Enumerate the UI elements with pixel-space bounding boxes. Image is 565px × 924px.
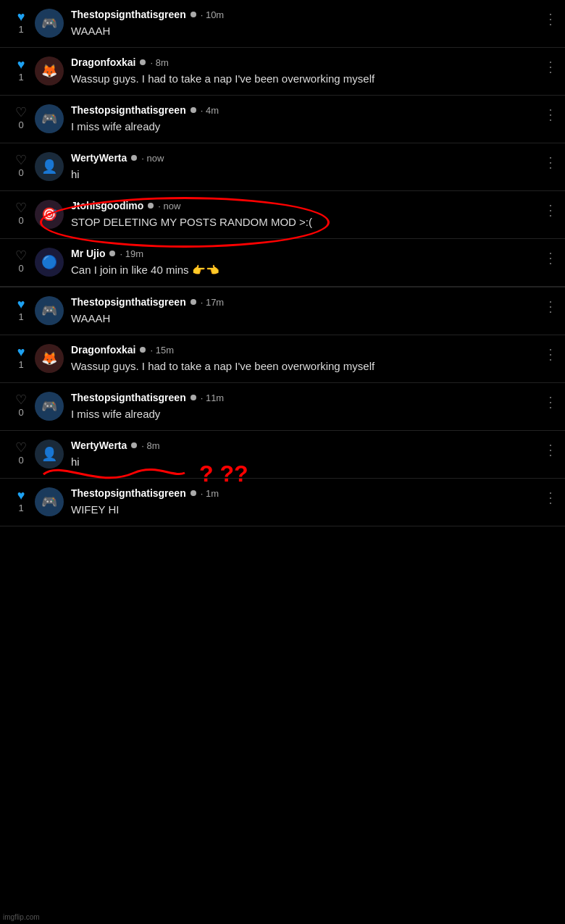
username[interactable]: Thestopsignthatisgreen [71, 392, 186, 403]
more-button[interactable]: ⋮ [543, 106, 558, 123]
post-header: Mr Ujio· 19m [71, 248, 558, 259]
like-col: ♥1 [7, 56, 35, 83]
post-text: STOP DELETING MY POSTS RANDOM MOD >:( [71, 214, 558, 230]
post-body: WertyWerta· nowhi [71, 152, 558, 182]
username[interactable]: Mr Ujio [71, 248, 105, 259]
post-a5: ♥1🎮Thestopsignthatisgreen· 1mWIFEY HI⋮ [0, 479, 565, 526]
like-count: 0 [18, 455, 23, 466]
timestamp: · 17m [201, 297, 225, 308]
verified-dot [131, 442, 137, 448]
like-col: ♡0 [7, 392, 35, 418]
post-header: Thestopsignthatisgreen· 4m [71, 104, 558, 116]
post-header: WertyWerta· now [71, 152, 558, 164]
like-col: ♡0 [7, 440, 35, 466]
username[interactable]: WertyWerta [71, 440, 127, 451]
heart-icon[interactable]: ♡ [15, 441, 27, 454]
like-count: 1 [18, 72, 23, 83]
post-body: Dragonfoxkai· 8mWassup guys. I had to ta… [71, 56, 558, 86]
avatar: 🎮 [35, 487, 64, 516]
post-text: I miss wife already [71, 119, 558, 134]
timestamp: · 8m [150, 57, 168, 68]
heart-icon[interactable]: ♡ [15, 201, 27, 214]
more-button[interactable]: ⋮ [543, 489, 558, 506]
more-button[interactable]: ⋮ [543, 201, 558, 219]
timestamp: · 19m [120, 248, 143, 259]
more-button[interactable]: ⋮ [543, 249, 558, 266]
post-header: WertyWerta· 8m [71, 440, 558, 451]
post-text: Wassup guys. I had to take a nap I've be… [71, 358, 558, 374]
post-body: WertyWerta· 8mhi [71, 440, 558, 469]
more-button[interactable]: ⋮ [543, 58, 558, 75]
post-body: Thestopsignthatisgreen· 4mI miss wife al… [71, 104, 558, 134]
username[interactable]: Thestopsignthatisgreen [71, 296, 186, 308]
heart-icon[interactable]: ♡ [15, 154, 27, 167]
username[interactable]: Thestopsignthatisgreen [71, 104, 186, 116]
heart-icon[interactable]: ♥ [17, 58, 25, 71]
username[interactable]: Jtohisgoodimo [71, 200, 143, 211]
avatar: 👤 [35, 440, 64, 469]
username[interactable]: Thestopsignthatisgreen [71, 487, 186, 499]
like-col: ♥1 [7, 487, 35, 513]
more-button[interactable]: ⋮ [543, 154, 558, 171]
like-col: ♥1 [7, 9, 35, 35]
like-col: ♥1 [7, 296, 35, 322]
post-a2: ♥1🦊Dragonfoxkai· 15mWassup guys. I had t… [0, 335, 565, 382]
like-count: 1 [18, 359, 23, 370]
username[interactable]: Dragonfoxkai [71, 56, 135, 68]
post-b6: ♡0🔵Mr Ujio· 19mCan I join in like 40 min… [0, 239, 565, 286]
timestamp: · now [158, 201, 180, 211]
heart-icon[interactable]: ♥ [17, 10, 25, 23]
post-header: Jtohisgoodimo· now [71, 200, 558, 211]
verified-dot [140, 347, 146, 353]
post-body: Jtohisgoodimo· nowSTOP DELETING MY POSTS… [71, 200, 558, 230]
verified-dot [191, 299, 196, 305]
verified-dot [191, 395, 196, 400]
more-button[interactable]: ⋮ [543, 298, 558, 315]
post-b3: ♡0🎮Thestopsignthatisgreen· 4mI miss wife… [0, 96, 565, 143]
post-header: Dragonfoxkai· 8m [71, 56, 558, 68]
timestamp: · now [141, 153, 164, 164]
post-body: Mr Ujio· 19mCan I join in like 40 mins 👉… [71, 248, 558, 277]
verified-dot [191, 490, 196, 496]
timestamp: · 4m [201, 105, 219, 116]
timestamp: · 15m [150, 345, 174, 356]
post-body: Thestopsignthatisgreen· 10mWAAAH [71, 9, 558, 38]
post-text: Can I join in like 40 mins 👉👈 [71, 262, 558, 277]
verified-dot [148, 203, 154, 209]
like-count: 0 [18, 119, 23, 130]
before-section: ♥1🎮Thestopsignthatisgreen· 10mWAAAH⋮♥1🦊D… [0, 0, 565, 287]
post-text: hi [71, 167, 558, 182]
heart-icon[interactable]: ♥ [17, 345, 25, 358]
heart-icon[interactable]: ♥ [17, 298, 25, 311]
timestamp: · 1m [201, 488, 219, 499]
like-count: 0 [18, 407, 23, 418]
post-header: Thestopsignthatisgreen· 17m [71, 296, 558, 308]
more-button[interactable]: ⋮ [543, 10, 558, 28]
heart-icon[interactable]: ♡ [15, 106, 27, 119]
post-header: Dragonfoxkai· 15m [71, 344, 558, 356]
verified-dot [191, 12, 196, 17]
post-text: Wassup guys. I had to take a nap I've be… [71, 71, 558, 86]
avatar: 🦊 [35, 56, 64, 85]
post-text: WAAAH [71, 311, 558, 326]
more-button[interactable]: ⋮ [543, 345, 558, 363]
timestamp: · 11m [201, 392, 225, 403]
like-count: 0 [18, 215, 23, 226]
post-text: hi [71, 454, 558, 469]
post-header: Thestopsignthatisgreen· 11m [71, 392, 558, 403]
username[interactable]: WertyWerta [71, 152, 127, 164]
more-button[interactable]: ⋮ [543, 393, 558, 411]
avatar: 🦊 [35, 344, 64, 373]
post-body: Dragonfoxkai· 15mWassup guys. I had to t… [71, 344, 558, 374]
heart-icon[interactable]: ♥ [17, 489, 25, 502]
verified-dot [191, 107, 196, 113]
post-b5: ♡0🎯Jtohisgoodimo· nowSTOP DELETING MY PO… [0, 191, 565, 238]
post-divider [0, 526, 565, 526]
post-header: Thestopsignthatisgreen· 1m [71, 487, 558, 499]
username[interactable]: Thestopsignthatisgreen [71, 9, 186, 20]
verified-dot [140, 59, 146, 65]
heart-icon[interactable]: ♡ [15, 249, 27, 262]
heart-icon[interactable]: ♡ [15, 393, 27, 406]
more-button[interactable]: ⋮ [543, 441, 558, 458]
username[interactable]: Dragonfoxkai [71, 344, 135, 356]
